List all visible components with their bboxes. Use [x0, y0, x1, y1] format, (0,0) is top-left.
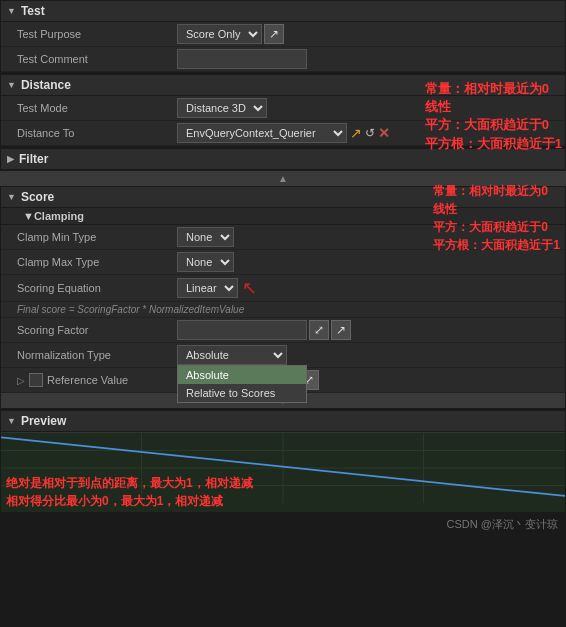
preview-graph-area: 绝对是相对于到点的距离，最大为1，相对递减 相对得分比最小为0，最大为1，相对递…	[1, 432, 565, 512]
preview-annotation-left-text2: 相对得分比最小为0，最大为1，相对递减	[6, 492, 253, 510]
test-section-header[interactable]: ▼ Test	[1, 1, 565, 22]
scoring-factor-label: Scoring Factor	[17, 324, 177, 336]
normalization-value: Absolute Relative to Scores Absolute Rel…	[177, 345, 559, 365]
scoring-eq-value: Linear ↖	[177, 277, 559, 299]
ref-expand-icon[interactable]: ▷	[17, 375, 25, 386]
test-purpose-value: Score Only ↗	[177, 24, 559, 44]
distance-reset-icon[interactable]: ↺	[365, 126, 375, 140]
test-section: ▼ Test Test Purpose Score Only ↗ Test Co…	[0, 0, 566, 73]
normalization-row: Normalization Type Absolute Relative to …	[1, 343, 565, 368]
normalization-dropdown-absolute[interactable]: Absolute	[178, 366, 306, 384]
distance-collapse-icon: ▼	[7, 80, 16, 90]
test-purpose-row: Test Purpose Score Only ↗	[1, 22, 565, 47]
clamping-collapse-icon: ▼	[23, 210, 34, 222]
scoring-eq-label: Scoring Equation	[17, 282, 177, 294]
test-purpose-select[interactable]: Score Only	[177, 24, 262, 44]
scoring-eq-select[interactable]: Linear	[177, 278, 238, 298]
test-mode-label: Test Mode	[17, 102, 177, 114]
score-section-title: Score	[21, 190, 54, 204]
ref-checkbox[interactable]	[29, 373, 43, 387]
scoring-factor-expand-icon[interactable]: ⤢	[309, 320, 329, 340]
score-collapse-icon: ▼	[7, 192, 16, 202]
clamp-max-label: Clamp Max Type	[17, 256, 177, 268]
scoring-eq-row: Scoring Equation Linear ↖	[1, 275, 565, 302]
clamp-min-select[interactable]: None	[177, 227, 234, 247]
scoring-factor-row: Scoring Factor -1.0 ⤢ ↗	[1, 318, 565, 343]
preview-annotation-left: 绝对是相对于到点的距离，最大为1，相对递减 相对得分比最小为0，最大为1，相对递…	[6, 474, 253, 510]
score-section: ▼ Score 常量：相对时最近为0线性平方：大面积趋近于0平方根：大面积趋近于…	[0, 186, 566, 409]
test-comment-value	[177, 49, 559, 69]
scoring-eq-container: Scoring Equation Linear ↖	[1, 275, 565, 302]
test-comment-label: Test Comment	[17, 53, 177, 65]
test-comment-input[interactable]	[177, 49, 307, 69]
normalization-dropdown: Absolute Relative to Scores	[177, 365, 307, 403]
main-panel: ▼ Test Test Purpose Score Only ↗ Test Co…	[0, 0, 566, 536]
scoring-factor-link-icon[interactable]: ↗	[331, 320, 351, 340]
preview-section-header[interactable]: ▼ Preview	[1, 411, 565, 432]
equation-text: Final score = ScoringFactor * Normalized…	[1, 302, 565, 318]
scoring-eq-arrow: ↖	[242, 277, 257, 299]
clamp-min-label: Clamp Min Type	[17, 231, 177, 243]
normalization-label: Normalization Type	[17, 349, 177, 361]
distance-to-select[interactable]: EnvQueryContext_Querier	[177, 123, 347, 143]
preview-collapse-icon: ▼	[7, 416, 16, 426]
clamping-title: Clamping	[34, 210, 84, 222]
test-collapse-icon: ▼	[7, 6, 16, 16]
normalization-select[interactable]: Absolute Relative to Scores	[177, 345, 287, 365]
test-comment-row: Test Comment	[1, 47, 565, 72]
annotation-overlay-text: 常量：相对时最近为0线性平方：大面积趋近于0平方根：大面积趋近于1	[433, 182, 560, 254]
annotation-top-right-text: 常量：相对时最近为0线性平方：大面积趋近于0平方根：大面积趋近于1	[425, 80, 562, 153]
filter-collapse-icon: ▶	[7, 154, 14, 164]
annotation-overlay: 常量：相对时最近为0线性平方：大面积趋近于0平方根：大面积趋近于1	[433, 182, 560, 254]
distance-link-icon[interactable]: ↗	[350, 125, 362, 141]
distance-to-label: Distance To	[17, 127, 177, 139]
filter-section-title: Filter	[19, 152, 48, 166]
clamp-max-value: None	[177, 252, 559, 272]
normalization-dropdown-relative[interactable]: Relative to Scores	[178, 384, 306, 402]
preview-section-title: Preview	[21, 414, 66, 428]
test-section-title: Test	[21, 4, 45, 18]
test-mode-select[interactable]: Distance 3D	[177, 98, 267, 118]
scoring-factor-input[interactable]: -1.0	[177, 320, 307, 340]
clamp-max-select[interactable]: None	[177, 252, 234, 272]
preview-section: ▼ Preview 绝对是相对于到点的距离，最大为1，相对递减	[0, 410, 566, 513]
annotation-top-right: 常量：相对时最近为0线性平方：大面积趋近于0平方根：大面积趋近于1	[421, 76, 566, 157]
distance-delete-icon[interactable]: ✕	[378, 125, 390, 141]
test-purpose-label: Test Purpose	[17, 28, 177, 40]
test-purpose-link-icon[interactable]: ↗	[264, 24, 284, 44]
distance-section-title: Distance	[21, 78, 71, 92]
preview-annotation-left-text: 绝对是相对于到点的距离，最大为1，相对递减	[6, 474, 253, 492]
watermark: CSDN @泽沉丶变计琼	[0, 513, 566, 536]
scoring-factor-value: -1.0 ⤢ ↗	[177, 320, 559, 340]
